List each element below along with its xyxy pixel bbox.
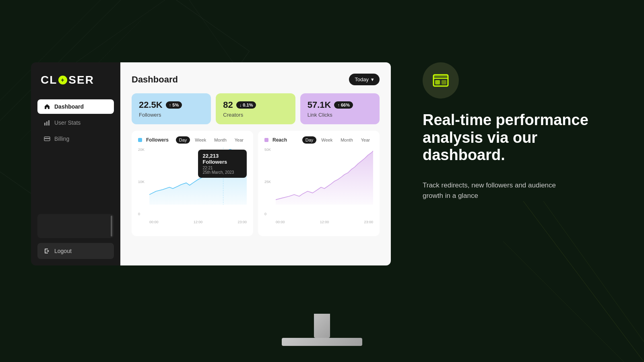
reach-x-end: 23:00	[364, 220, 373, 224]
reach-chart-area: 50K 25K 0	[264, 148, 373, 224]
svg-rect-15	[433, 75, 448, 78]
monitor-stand	[282, 314, 362, 362]
svg-rect-10	[44, 138, 50, 139]
sidebar-item-billing-label: Billing	[54, 136, 69, 142]
sidebar-item-user-stats[interactable]: User Stats	[37, 115, 114, 130]
link-clicks-value: 57.1K	[308, 100, 331, 110]
reach-period-buttons: Day Week Month Year	[302, 136, 373, 144]
sidebar-item-user-stats-label: User Stats	[54, 119, 80, 126]
sidebar-item-dashboard-label: Dashboard	[54, 103, 84, 110]
logo-icon	[58, 76, 67, 84]
creators-value: 82	[223, 100, 233, 110]
sidebar-scroll-area	[37, 214, 114, 238]
reach-chart-header: Reach Day Week Month Year	[264, 136, 373, 144]
sidebar-scrollbar[interactable]	[111, 216, 112, 237]
followers-x-end: 23:00	[237, 220, 247, 224]
svg-rect-17	[435, 80, 440, 84]
followers-chart-header: Followers Day Week Month Year	[138, 136, 247, 144]
svg-line-2	[503, 241, 624, 362]
logo: CL SER	[37, 74, 114, 86]
app-window: CL SER Dashboard	[31, 62, 391, 265]
today-button[interactable]: Today ▾	[349, 74, 380, 85]
followers-chart-tooltip: 22,213 Followers 22:21 25th March, 2023	[198, 150, 247, 178]
stat-card-followers: 22.5K ↑ 5% Followers	[132, 93, 211, 124]
logout-label: Logout	[54, 248, 72, 254]
dashboard-header: Dashboard Today ▾	[132, 74, 380, 85]
followers-y-20k: 20K	[138, 148, 144, 152]
reach-y-0: 0	[264, 212, 271, 216]
reach-legend-dot	[264, 138, 268, 142]
tooltip-date: 25th March, 2023	[203, 170, 242, 175]
monitor-stand-neck	[314, 314, 330, 338]
today-label: Today	[355, 76, 369, 82]
followers-period-year[interactable]: Year	[231, 136, 247, 144]
followers-x-labels: 00:00 12:00 23:00	[149, 220, 247, 224]
reach-x-mid: 12:00	[320, 220, 329, 224]
svg-rect-7	[46, 121, 47, 125]
main-content: Dashboard Today ▾ 22.5K ↑ 5% Followers 8…	[120, 62, 391, 265]
followers-chart-card: Followers Day Week Month Year 20K 10K 0	[132, 131, 253, 236]
sidebar: CL SER Dashboard	[31, 62, 120, 265]
link-clicks-label: Link Clicks	[308, 112, 372, 118]
followers-y-10k: 10K	[138, 180, 144, 184]
creators-badge: ↓ 0.1%	[236, 101, 256, 109]
logo-text-cl: CL	[41, 74, 57, 86]
dashboard-layout-icon	[431, 71, 450, 90]
charts-row: Followers Day Week Month Year 20K 10K 0	[132, 131, 380, 236]
reach-y-50k: 50K	[264, 148, 271, 152]
followers-y-labels: 20K 10K 0	[138, 148, 144, 216]
reach-x-labels: 00:00 12:00 23:00	[276, 220, 373, 224]
followers-period-day[interactable]: Day	[176, 136, 190, 144]
stat-card-link-clicks: 57.1K ↑ 66% Link Clicks	[300, 93, 380, 124]
followers-x-mid: 12:00	[194, 220, 203, 224]
logo-text-ser: SER	[68, 74, 94, 86]
followers-chart-label: Followers	[146, 137, 169, 143]
followers-legend-dot	[138, 138, 142, 142]
svg-line-1	[543, 201, 644, 342]
sidebar-item-billing[interactable]: Billing	[37, 132, 114, 146]
card-icon	[44, 136, 50, 142]
sidebar-item-dashboard[interactable]: Dashboard	[37, 99, 114, 114]
followers-badge: ↑ 5%	[166, 101, 182, 109]
dashboard-title: Dashboard	[132, 74, 178, 85]
followers-value: 22.5K	[139, 100, 163, 110]
reach-chart-label: Reach	[272, 137, 287, 143]
reach-chart-card: Reach Day Week Month Year 50K 25K 0	[258, 131, 380, 236]
reach-x-start: 00:00	[276, 220, 285, 224]
logo-text: CL SER	[41, 74, 94, 86]
decorative-lines	[443, 201, 644, 362]
tooltip-value: 22,213 Followers	[203, 153, 242, 165]
svg-rect-18	[442, 80, 446, 84]
reach-chart-svg	[276, 148, 373, 205]
svg-line-0	[523, 201, 644, 362]
svg-rect-6	[44, 123, 45, 125]
reach-period-week[interactable]: Week	[318, 136, 336, 144]
link-clicks-badge: ↑ 66%	[334, 101, 353, 109]
reach-y-labels: 50K 25K 0	[264, 148, 271, 216]
bar-chart-icon	[44, 119, 50, 126]
reach-period-year[interactable]: Year	[358, 136, 373, 144]
reach-y-25k: 25K	[264, 180, 271, 184]
stats-row: 22.5K ↑ 5% Followers 82 ↓ 0.1% Creators …	[132, 93, 380, 124]
right-panel: Real-time performance analysis via our d…	[423, 62, 592, 201]
reach-period-day[interactable]: Day	[302, 136, 317, 144]
svg-rect-8	[48, 120, 50, 125]
followers-period-month[interactable]: Month	[211, 136, 230, 144]
reach-period-month[interactable]: Month	[337, 136, 356, 144]
monitor-stand-base	[282, 338, 362, 346]
feature-icon-circle	[423, 62, 459, 99]
followers-x-start: 00:00	[149, 220, 159, 224]
followers-period-buttons: Day Week Month Year	[176, 136, 247, 144]
logout-icon	[44, 248, 50, 254]
nav-items: Dashboard User Stats	[37, 99, 114, 214]
tooltip-time: 22:21	[203, 166, 242, 170]
feature-subtext: Track redirects, new followers and audie…	[423, 180, 559, 201]
followers-label: Followers	[139, 112, 204, 118]
followers-period-week[interactable]: Week	[192, 136, 209, 144]
stat-card-creators: 82 ↓ 0.1% Creators	[216, 93, 295, 124]
logout-button[interactable]: Logout	[37, 243, 114, 259]
home-icon	[44, 103, 50, 110]
chevron-down-icon: ▾	[371, 76, 374, 82]
followers-chart-area: 20K 10K 0 22,213 Followers 22:21 25th Ma…	[138, 148, 247, 224]
creators-label: Creators	[223, 112, 288, 118]
